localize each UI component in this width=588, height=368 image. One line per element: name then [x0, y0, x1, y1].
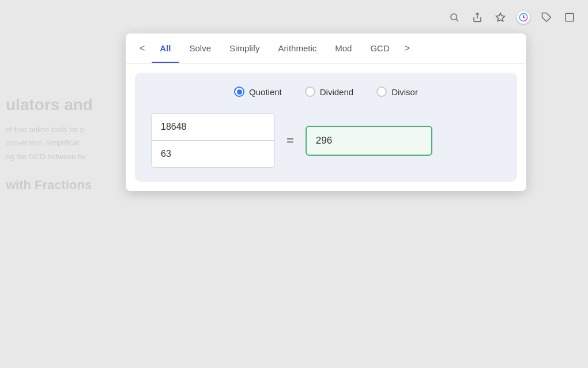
tab-prev-button[interactable]: <	[135, 33, 149, 63]
svg-marker-3	[496, 13, 505, 21]
divisor-input[interactable]	[151, 141, 275, 168]
radio-divisor-circle	[376, 87, 387, 97]
bg-line3: with Fractions	[6, 175, 115, 195]
background-content: ulators and of free online tools for p c…	[0, 0, 127, 368]
equals-sign: =	[287, 133, 294, 148]
calculator-area: Quotient Dividend Divisor =	[135, 73, 517, 182]
radio-quotient-label: Quotient	[249, 87, 282, 97]
tab-simplify[interactable]: Simplify	[221, 33, 268, 63]
tab-bar: < All Solve Simplify Arithmetic Mod GCD …	[126, 33, 526, 63]
svg-point-0	[451, 14, 457, 20]
browser-chrome	[0, 0, 588, 35]
radio-dividend-circle	[305, 87, 315, 97]
share-icon[interactable]	[470, 10, 484, 24]
bookmark-icon[interactable]	[493, 10, 507, 24]
tab-next-button[interactable]: >	[400, 33, 414, 63]
radio-divisor[interactable]: Divisor	[376, 87, 418, 97]
tab-mod[interactable]: Mod	[327, 33, 360, 63]
tab-solve[interactable]: Solve	[182, 33, 220, 63]
radio-group: Quotient Dividend Divisor	[151, 87, 501, 97]
radio-divisor-label: Divisor	[391, 87, 418, 97]
popup-panel: < All Solve Simplify Arithmetic Mod GCD …	[126, 33, 526, 191]
tab-arithmetic[interactable]: Arithmetic	[270, 33, 325, 63]
radio-dividend-label: Dividend	[320, 87, 353, 97]
radio-dividend[interactable]: Dividend	[305, 87, 353, 97]
input-stack	[151, 113, 275, 168]
input-row: =	[151, 113, 501, 168]
radio-quotient[interactable]: Quotient	[234, 87, 282, 97]
svg-line-1	[456, 19, 458, 21]
window-icon[interactable]	[563, 10, 576, 24]
result-input[interactable]	[306, 126, 432, 156]
tab-gcd[interactable]: GCD	[362, 33, 397, 63]
timer-icon[interactable]	[517, 10, 530, 24]
search-icon[interactable]	[447, 10, 461, 24]
dividend-input[interactable]	[151, 113, 275, 141]
radio-quotient-circle	[234, 87, 244, 97]
tab-all[interactable]: All	[152, 33, 179, 63]
svg-rect-9	[566, 13, 574, 21]
extensions-icon[interactable]	[540, 10, 553, 24]
bg-line2: of free online tools for p conversion, s…	[6, 123, 115, 163]
bg-line1: ulators and	[6, 92, 115, 118]
